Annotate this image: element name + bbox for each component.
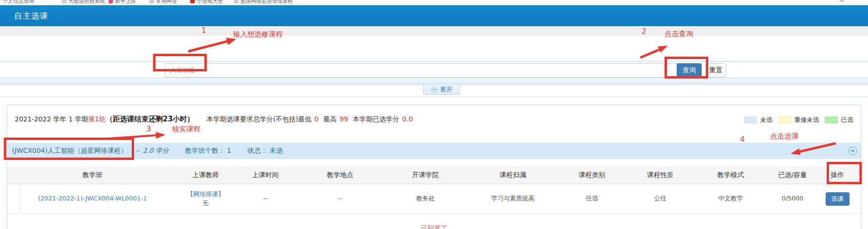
folder-icon [62,0,67,3]
table-row: (2021-2022-1)-JWCX004-WL0001-1 【网络授课】 无 … [7,184,861,214]
legend-label: 已选 [841,116,853,124]
expand-toggle[interactable]: 展开 [423,85,460,95]
semester-info: 2021-2022 学年 1 学期第1轮 （距选课结束还剩23小时） 本学期选课… [15,115,417,124]
col-header: 上课教师 [178,166,233,184]
bookmark-label: 小游戏大全 [197,0,223,5]
chevron-up-icon [850,148,856,154]
folder-icon [839,0,844,2]
divider [0,97,868,97]
annotation-step2-label: 点击查询 [665,30,693,39]
annotation-step3-number: 3 [146,125,151,133]
bookmark-label: 新手上路 [115,0,136,5]
college-cell: 教务处 [383,184,468,213]
col-header: 操作 [818,166,857,184]
browser-bookmarks-bar: 个人信息查询 大数据自然系统 新手上路 常用网址 小游戏大全 数据网络监控管理课… [0,0,868,5]
legend-label: 重修未选 [794,116,819,124]
bookmark-label: 常用网址 [156,0,177,5]
row-divider [19,185,20,213]
round-label: 第1轮 [88,115,106,124]
selected-credit-label: 本学期已选学分 [353,115,399,124]
search-input[interactable] [165,63,677,78]
bookmark-label: 大数据自然系统 [68,0,105,5]
pink-dot-icon [108,0,113,4]
col-header: 课程类别 [558,166,626,184]
bookmark-item[interactable]: 数据网络监控管理课程 [234,0,293,5]
expand-label: 展开 [440,85,453,94]
folder-icon [234,0,239,3]
bookmark-item[interactable]: 常用网址 [149,0,177,5]
mode-cell: 中文教学 [694,184,767,213]
annotation-step2-number: 2 [642,27,646,36]
legend-label: 未选 [760,116,772,124]
col-header: 课程归属 [468,166,558,184]
countdown-label: （距选课结束还剩23小时） [106,115,194,124]
term-label: 2021-2022 学年 1 学期 [15,115,88,124]
belong-cell: 学习与素质提高 [468,184,558,213]
teaching-mode-tag: 【网络授课】 [187,190,224,199]
course-group-header[interactable]: (JWCX004)人工智能（超星网络课程） － 2.0 学分 教学班个数： 1 … [7,143,861,159]
chevron-down-circle-icon [431,86,438,93]
class-count: 教学班个数： 1 [185,147,231,155]
toolbar-strip [0,26,868,35]
class-code-link[interactable]: (2021-2022-1)-JWCX004-WL0001-1 [38,194,147,203]
arrow-to-input [188,38,236,51]
bookmark-label: 个人信息查询 [3,0,34,5]
legend-swatch-selected [825,117,838,123]
query-button[interactable]: 查询 [677,63,702,78]
col-header: 教学地点 [298,166,383,184]
bookmark-label: 数据网络监控管理课程 [241,0,293,5]
col-header: 教学模式 [694,166,767,184]
credit-max-label: 最高 [323,115,337,124]
legend-swatch-not-selected [744,117,757,123]
bookmark-item[interactable]: 新手上路 [108,0,136,5]
annotation-step4-label: 点击选课 [770,132,799,141]
place-cell: -- [298,184,383,213]
filter-collapse-bar [0,78,868,85]
table-header-row: 教学班 上课教师 上课时间 教学地点 开课学院 课程归属 课程类别 课程性质 教… [7,166,861,184]
nature-cell: 公任 [626,184,694,213]
col-header: 已选/容量 [767,166,818,184]
app-header: 自主选课 [0,5,868,26]
course-select-panel: 2021-2022 学年 1 学期第1轮 （距选课结束还剩23小时） 本学期选课… [7,105,861,229]
teacher-name: 无 [203,199,209,208]
capacity-cell: 0/5000 [767,184,818,213]
end-of-list-text: 已到底了 [7,224,861,229]
bookmark-item[interactable]: 大数据自然系统 [62,0,105,5]
col-header: 课程性质 [626,166,694,184]
arrow-to-query [640,46,668,58]
time-cell: -- [233,184,298,213]
credit-min-value: 0 [314,115,318,123]
credit-req-label: 本学期选课要求总学分(不包括)最低 [206,115,311,124]
annotation-step3-label: 核实课程 [172,125,201,134]
red-app-icon [190,0,195,3]
folder-icon [149,0,154,3]
annotation-step1-label: 输入想选修课程 [233,30,283,39]
page-title: 自主选课 [14,10,48,21]
select-course-button[interactable]: 选课 [826,192,849,206]
bookmark-item[interactable]: 小游戏大全 [190,0,223,5]
col-header: 上课时间 [233,166,298,184]
collapse-button[interactable] [849,147,857,155]
teacher-cell: 【网络授课】 无 [178,184,233,213]
search-panel-border [0,61,868,62]
legend-swatch-retake [778,117,791,123]
search-form: 查询 重置 [165,63,726,78]
course-credit: － 2.0 学分 [134,147,169,155]
col-header: 开课学院 [383,166,468,184]
bookmark-item[interactable]: 个人信息查询 [3,0,34,5]
annotation-step4-number: 4 [740,135,745,144]
selected-credit-value: 0.0 [402,115,413,123]
col-header: 教学班 [7,166,178,184]
credit-max-value: 99 [339,115,348,123]
course-status: 状态： 未选 [248,147,283,155]
course-title: (JWCX004)人工智能（超星网络课程） [12,147,127,155]
reset-button[interactable]: 重置 [705,63,726,78]
category-cell: 任选 [558,184,626,213]
bookmark-item[interactable] [839,0,844,2]
annotation-step1-number: 1 [202,26,206,35]
status-legend: 未选 重修未选 已选 [744,116,853,124]
